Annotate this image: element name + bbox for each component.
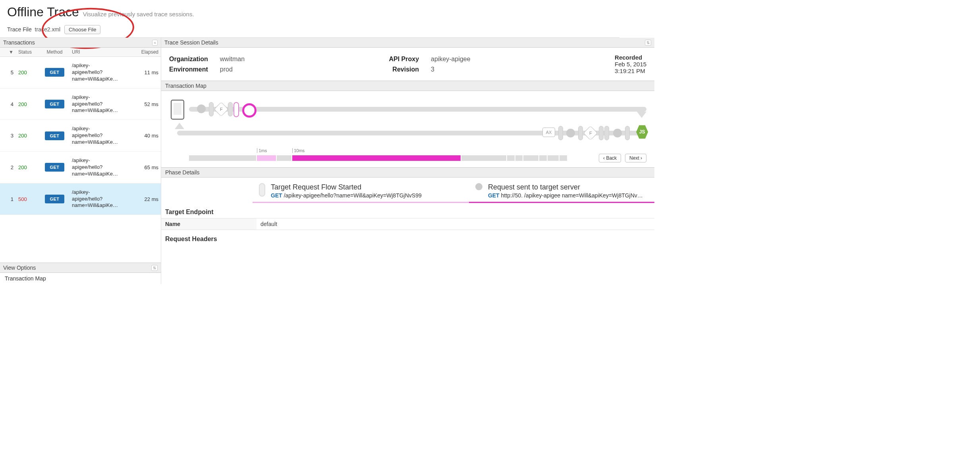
tx-uri: /apikey-apigee/hello?name=Will&apiKe…: [72, 189, 131, 209]
tx-elapsed: 11 ms: [133, 68, 161, 77]
phase-title: Target Request Flow Started: [271, 183, 422, 191]
phase-details-header: Phase Details: [161, 167, 654, 178]
trace-file-bar: Trace File trace2.xml Choose File: [0, 22, 619, 37]
org-label: Organization: [169, 54, 208, 64]
revision-label: Revision: [389, 64, 419, 75]
revision-value: 3: [431, 64, 471, 75]
collapse-left-icon[interactable]: «: [152, 40, 158, 46]
flow-node[interactable]: [233, 102, 239, 117]
view-options-title: View Options: [3, 265, 36, 271]
trace-file-name: trace2.xml: [35, 26, 61, 33]
flow-node[interactable]: [578, 126, 583, 140]
phase-title: Request sent to target server: [488, 183, 645, 191]
tx-index: 5: [0, 68, 16, 77]
flow-node[interactable]: [566, 129, 575, 137]
tx-elapsed: 40 ms: [133, 131, 161, 140]
tx-method-chip: GET: [45, 100, 64, 108]
phase-target-request-flow[interactable]: Target Request Flow Started GET/apikey-a…: [253, 178, 469, 203]
tx-elapsed: 22 ms: [133, 195, 161, 204]
recorded-label: Recorded: [615, 54, 646, 61]
tx-method-chip: GET: [45, 68, 64, 77]
tx-uri: /apikey-apigee/hello?name=Will&apiKe…: [72, 126, 131, 146]
col-method[interactable]: Method: [40, 48, 69, 56]
details-panel-toggle-icon[interactable]: ⇅: [645, 40, 651, 46]
flow-node[interactable]: [228, 102, 233, 116]
flow-node-f[interactable]: F: [583, 126, 598, 141]
tx-index: 1: [0, 195, 16, 204]
recorded-date: Feb 5, 2015: [615, 61, 646, 68]
tx-method-chip: GET: [45, 195, 64, 203]
phase-method: GET: [488, 192, 500, 199]
request-headers-heading: Request Headers: [161, 230, 654, 245]
target-endpoint-name-label: Name: [161, 218, 257, 230]
phase-dot-icon: [475, 183, 482, 190]
phase-col-empty: [161, 178, 253, 203]
tx-uri: /apikey-apigee/hello?name=Will&apiKe…: [72, 62, 131, 83]
phase-path: http://50. /apikey-apigee name=Will&apiK…: [501, 192, 645, 199]
trace-file-label: Trace File: [7, 26, 32, 33]
flow-node[interactable]: [613, 129, 622, 137]
flow-node[interactable]: [197, 104, 206, 113]
phase-pill-icon: [259, 183, 265, 197]
env-label: Environment: [169, 64, 208, 75]
timeline[interactable]: 1ms 10ms: [189, 155, 567, 161]
flow-node-selected[interactable]: [242, 103, 257, 118]
view-option-transaction-map[interactable]: Transaction Map: [0, 273, 161, 284]
col-uri[interactable]: URI: [69, 48, 133, 56]
flow-node[interactable]: [625, 126, 630, 140]
details-panel-title: Trace Session Details: [164, 39, 218, 46]
tx-status: 200: [16, 68, 40, 77]
flow-node[interactable]: [604, 126, 609, 140]
choose-file-button[interactable]: Choose File: [64, 25, 100, 34]
transaction-map[interactable]: F AX F JS: [161, 91, 654, 151]
transaction-row[interactable]: 3200GET/apikey-apigee/hello?name=Will&ap…: [0, 120, 161, 152]
transactions-panel-title: Transactions: [3, 39, 35, 46]
transaction-row[interactable]: 2200GET/apikey-apigee/hello?name=Will&ap…: [0, 152, 161, 184]
tx-status: 200: [16, 163, 40, 172]
recorded-time: 3:19:21 PM: [615, 68, 646, 74]
timeline-next-button[interactable]: Next ›: [625, 154, 646, 162]
request-flow-line: [189, 107, 646, 112]
timeline-label-1ms: 1ms: [257, 148, 267, 153]
target-endpoint-row: Name default: [161, 218, 654, 230]
view-options-toggle-icon[interactable]: ⇅: [151, 265, 158, 271]
col-elapsed[interactable]: Elapsed: [133, 48, 161, 56]
tx-index: 4: [0, 100, 16, 109]
tx-method-chip: GET: [45, 131, 64, 140]
tx-status: 200: [16, 131, 40, 140]
transaction-map-header: Transaction Map: [161, 81, 654, 91]
tx-index: 2: [0, 163, 16, 172]
transaction-row[interactable]: 5200GET/apikey-apigee/hello?name=Will&ap…: [0, 57, 161, 89]
col-status[interactable]: Status: [16, 48, 40, 56]
view-options-header[interactable]: View Options ⇅: [0, 263, 161, 273]
timeline-back-button[interactable]: ‹ Back: [599, 154, 621, 162]
phase-request-sent[interactable]: Request sent to target server GEThttp://…: [469, 178, 654, 203]
page-title: Offline Trace: [7, 5, 79, 19]
tx-status: 500: [16, 195, 40, 204]
timeline-label-10ms: 10ms: [292, 148, 305, 153]
flow-node-f[interactable]: F: [214, 102, 229, 117]
flow-node[interactable]: [209, 102, 214, 116]
flow-node[interactable]: [558, 126, 563, 140]
env-value: prod: [220, 64, 245, 75]
target-nodejs-icon[interactable]: JS: [636, 125, 648, 139]
tx-uri: /apikey-apigee/hello?name=Will&apiKe…: [72, 157, 131, 178]
tx-status: 200: [16, 100, 40, 109]
page-subtitle: Visualize previously saved trace session…: [83, 11, 194, 17]
phase-path: /apikey-apigee/hello?name=Will&apiKey=Wj…: [284, 192, 422, 199]
transactions-panel-header: Transactions «: [0, 38, 161, 48]
target-endpoint-heading: Target Endpoint: [161, 203, 654, 218]
flow-node-ax[interactable]: AX: [542, 128, 555, 137]
tx-index: 3: [0, 131, 16, 140]
col-sort-icon[interactable]: ▼: [0, 48, 16, 56]
proxy-label: API Proxy: [389, 54, 419, 64]
transaction-row[interactable]: 4200GET/apikey-apigee/hello?name=Will&ap…: [0, 89, 161, 120]
org-value: wwitman: [220, 54, 245, 64]
tx-uri: /apikey-apigee/hello?name=Will&apiKe…: [72, 94, 131, 114]
tx-elapsed: 65 ms: [133, 163, 161, 172]
flow-node[interactable]: [599, 126, 604, 140]
phase-method: GET: [271, 192, 282, 199]
flow-arrow-up-icon: [175, 123, 184, 129]
transaction-row[interactable]: 1500GET/apikey-apigee/hello?name=Will&ap…: [0, 184, 161, 215]
transactions-table-header: ▼ Status Method URI Elapsed: [0, 48, 161, 57]
